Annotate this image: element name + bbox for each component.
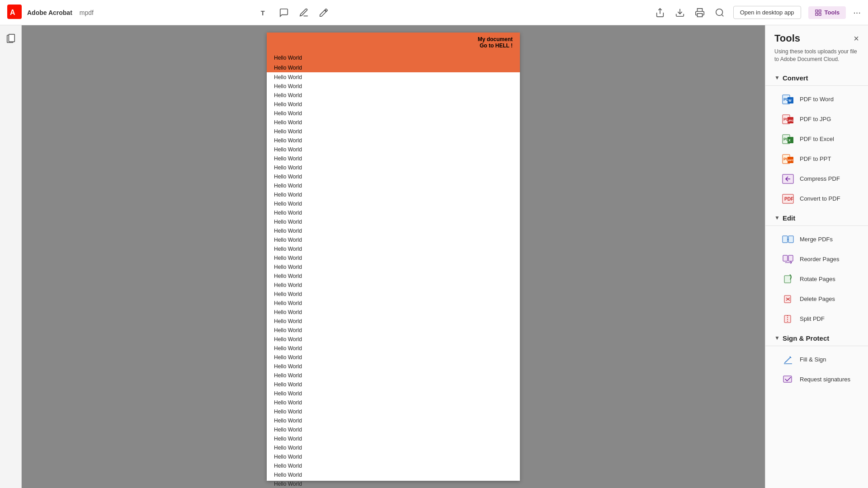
pdf-viewer: My document Go to HELL ! Hello World Hel… (22, 25, 765, 488)
highlight-tool-icon[interactable] (298, 7, 309, 18)
svg-rect-6 (816, 10, 818, 12)
svg-rect-32 (788, 236, 793, 243)
download-icon[interactable] (674, 6, 686, 19)
fill-sign-icon (782, 353, 794, 366)
pdf-content-row: Hello World (267, 461, 520, 470)
pdf-content-row: Hello World (267, 352, 520, 361)
sign-protect-section-header[interactable]: ▼ Sign & Protect (765, 331, 868, 346)
pen-tool-icon[interactable] (318, 7, 329, 18)
pdf-to-ppt-icon: PDFPPT (782, 153, 794, 165)
svg-rect-35 (784, 276, 791, 283)
pdf-content-row: Hello World (267, 190, 520, 199)
svg-text:PPT: PPT (788, 159, 793, 162)
convert-section-header[interactable]: ▼ Convert (765, 70, 868, 85)
pages-panel-icon[interactable] (3, 31, 19, 47)
center-toolbar: T (259, 7, 329, 18)
pdf-content-row: Hello World (267, 172, 520, 181)
edit-section-title: Edit (783, 214, 795, 222)
svg-rect-8 (819, 13, 821, 15)
tools-button-label: Tools (825, 9, 840, 16)
compress-pdf-item[interactable]: Compress PDF (765, 169, 868, 189)
pdf-to-excel-icon: PDFX (782, 133, 794, 145)
pdf-first-selected-row: Hello World (267, 52, 520, 62)
pdf-content-row: Hello World (267, 81, 520, 90)
adobe-logo: A (7, 5, 22, 21)
split-pdf-item[interactable]: Split PDF (765, 309, 868, 329)
svg-rect-11 (9, 34, 14, 42)
pdf-content-row: Hello World (267, 334, 520, 343)
pdf-content-row: Hello World (267, 325, 520, 334)
pdf-content-row: Hello World (267, 307, 520, 316)
svg-text:A: A (10, 9, 15, 16)
svg-text:PDF: PDF (784, 197, 793, 202)
rotate-pages-label: Rotate Pages (800, 276, 835, 282)
convert-section: ▼ Convert PDFW PDF to Word PDFJPG PDF to… (765, 70, 868, 209)
svg-rect-7 (819, 10, 821, 12)
sign-protect-section: ▼ Sign & Protect Fill & Sign Request sig… (765, 331, 868, 389)
pdf-content-row: Hello World (267, 235, 520, 244)
tools-panel-close-button[interactable]: × (854, 34, 859, 43)
pdf-content-row: Hello World (267, 361, 520, 371)
pdf-content-row: Hello World (267, 434, 520, 443)
pdf-content-row: Hello World (267, 226, 520, 235)
text-tool-icon[interactable]: T (259, 7, 269, 18)
sign-protect-chevron-icon: ▼ (774, 335, 780, 341)
svg-rect-34 (788, 255, 793, 261)
split-pdf-icon (782, 313, 794, 325)
pdf-content-row: Hello World (267, 389, 520, 398)
pdf-to-excel-item[interactable]: PDFX PDF to Excel (765, 129, 868, 149)
convert-to-pdf-label: Convert to PDF (800, 195, 840, 202)
svg-text:JPG: JPG (788, 119, 793, 122)
pdf-content-row: Hello World (267, 145, 520, 154)
pdf-content-row: Hello World (267, 407, 520, 416)
pdf-content-row: Hello World (267, 199, 520, 208)
merge-pdfs-item[interactable]: Merge PDFs (765, 230, 868, 249)
delete-pages-item[interactable]: Delete Pages (765, 289, 868, 309)
request-signatures-label: Request signatures (800, 376, 850, 383)
edit-section-header[interactable]: ▼ Edit (765, 211, 868, 225)
pdf-content-row: Hello World (267, 443, 520, 452)
fill-sign-item[interactable]: Fill & Sign (765, 350, 868, 370)
tools-panel-header: Tools × (765, 25, 868, 48)
share-icon[interactable] (654, 6, 666, 19)
rotate-pages-item[interactable]: Rotate Pages (765, 269, 868, 289)
open-desktop-button[interactable]: Open in desktop app (733, 6, 801, 19)
pdf-content-row: Hello World (267, 127, 520, 136)
pdf-content-row: Hello World (267, 398, 520, 407)
pdf-to-word-icon: PDFW (782, 93, 794, 106)
pdf-to-ppt-item[interactable]: PDFPPT PDF to PPT (765, 149, 868, 169)
filename: mpdf (80, 9, 94, 16)
pdf-to-word-label: PDF to Word (800, 96, 834, 103)
pdf-content-rows: Hello WorldHello WorldHello WorldHello W… (267, 72, 520, 488)
pdf-to-jpg-icon: PDFJPG (782, 113, 794, 126)
app-header: A Adobe Acrobat mpdf T Open in d (0, 0, 868, 25)
tools-panel: Tools × Using these tools uploads your f… (765, 25, 868, 488)
pdf-content-row: Hello World (267, 380, 520, 389)
request-signatures-item[interactable]: Request signatures (765, 370, 868, 389)
pdf-header-line2: Go to HELL ! (478, 42, 513, 49)
pdf-second-selected-row: Hello World (267, 62, 520, 72)
delete-pages-label: Delete Pages (800, 296, 835, 302)
svg-text:T: T (261, 9, 265, 16)
tools-button[interactable]: Tools (808, 6, 846, 19)
comment-tool-icon[interactable] (278, 7, 289, 18)
svg-rect-9 (816, 13, 818, 15)
reorder-pages-item[interactable]: Reorder Pages (765, 249, 868, 269)
pdf-to-word-item[interactable]: PDFW PDF to Word (765, 89, 868, 109)
pdf-content-row: Hello World (267, 262, 520, 271)
pdf-to-jpg-item[interactable]: PDFJPG PDF to JPG (765, 109, 868, 129)
svg-point-4 (716, 9, 722, 15)
print-icon[interactable] (693, 6, 706, 19)
pdf-to-ppt-label: PDF to PPT (800, 155, 831, 162)
convert-section-title: Convert (783, 74, 808, 82)
pdf-scroll-area[interactable]: My document Go to HELL ! Hello World Hel… (22, 25, 765, 488)
pdf-page: My document Go to HELL ! Hello World Hel… (267, 33, 520, 481)
convert-to-pdf-item[interactable]: PDF Convert to PDF (765, 189, 868, 209)
pdf-content-row: Hello World (267, 181, 520, 190)
pdf-header-line1: My document (478, 36, 513, 42)
pdf-content-row: Hello World (267, 72, 520, 81)
search-icon[interactable] (713, 6, 726, 19)
more-options-button[interactable]: ··· (853, 7, 861, 18)
reorder-pages-icon (782, 253, 794, 266)
pdf-content-row: Hello World (267, 154, 520, 163)
